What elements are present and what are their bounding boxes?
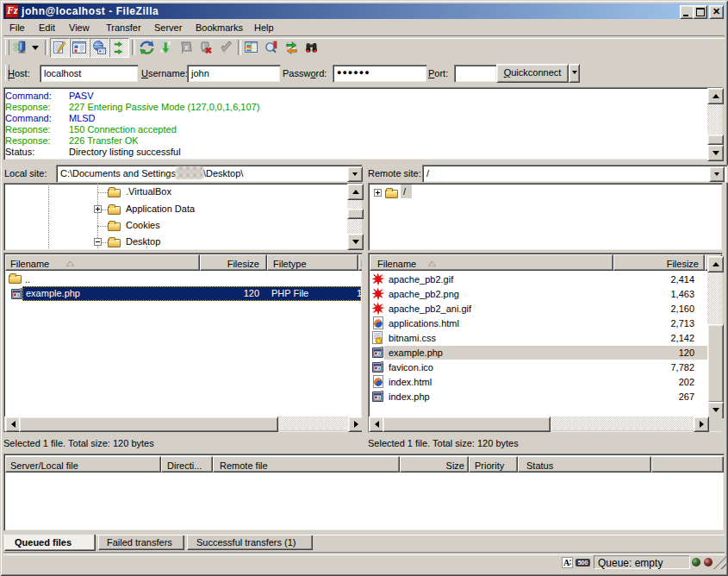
svg-text:x: x [184,43,189,52]
